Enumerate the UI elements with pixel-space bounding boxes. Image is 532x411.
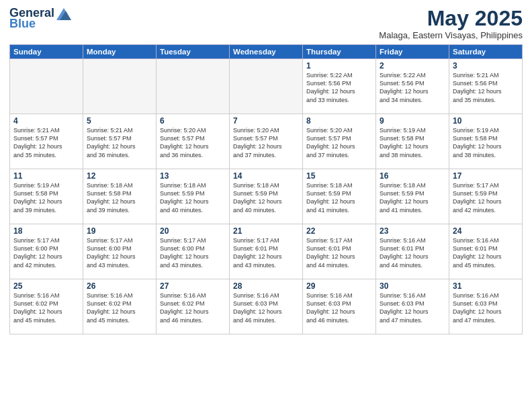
table-row (83, 59, 157, 114)
table-row: 20Sunrise: 5:17 AM Sunset: 6:00 PM Dayli… (157, 224, 230, 279)
day-info: Sunrise: 5:17 AM Sunset: 6:01 PM Dayligh… (233, 236, 299, 269)
day-info: Sunrise: 5:20 AM Sunset: 5:57 PM Dayligh… (306, 126, 372, 159)
table-row: 25Sunrise: 5:16 AM Sunset: 6:02 PM Dayli… (10, 279, 83, 334)
day-number: 25 (13, 281, 79, 291)
logo-text-line2: Blue (9, 17, 36, 31)
day-number: 11 (13, 171, 79, 181)
table-row: 16Sunrise: 5:18 AM Sunset: 5:59 PM Dayli… (376, 169, 449, 224)
page: General Blue May 2025 Malaga, Eastern Vi… (0, 0, 532, 411)
table-row: 9Sunrise: 5:19 AM Sunset: 5:58 PM Daylig… (376, 114, 449, 169)
day-info: Sunrise: 5:22 AM Sunset: 5:56 PM Dayligh… (306, 71, 372, 104)
day-number: 1 (306, 61, 372, 71)
day-info: Sunrise: 5:21 AM Sunset: 5:57 PM Dayligh… (87, 126, 152, 159)
day-info: Sunrise: 5:19 AM Sunset: 5:58 PM Dayligh… (453, 126, 519, 159)
day-number: 3 (453, 61, 519, 71)
day-info: Sunrise: 5:16 AM Sunset: 6:01 PM Dayligh… (380, 236, 445, 269)
day-number: 21 (233, 226, 299, 236)
day-info: Sunrise: 5:17 AM Sunset: 6:00 PM Dayligh… (87, 236, 152, 269)
table-row: 21Sunrise: 5:17 AM Sunset: 6:01 PM Dayli… (230, 224, 303, 279)
day-number: 14 (233, 171, 299, 181)
day-info: Sunrise: 5:20 AM Sunset: 5:57 PM Dayligh… (160, 126, 226, 159)
col-wednesday: Wednesday (230, 45, 303, 59)
col-sunday: Sunday (10, 45, 83, 59)
col-thursday: Thursday (303, 45, 376, 59)
day-number: 20 (160, 226, 226, 236)
table-row (230, 59, 303, 114)
day-info: Sunrise: 5:19 AM Sunset: 5:58 PM Dayligh… (380, 126, 445, 159)
calendar-week-row: 4Sunrise: 5:21 AM Sunset: 5:57 PM Daylig… (10, 114, 523, 169)
table-row: 11Sunrise: 5:19 AM Sunset: 5:58 PM Dayli… (10, 169, 83, 224)
calendar-week-row: 11Sunrise: 5:19 AM Sunset: 5:58 PM Dayli… (10, 169, 523, 224)
day-info: Sunrise: 5:17 AM Sunset: 6:00 PM Dayligh… (13, 236, 79, 269)
table-row: 5Sunrise: 5:21 AM Sunset: 5:57 PM Daylig… (83, 114, 157, 169)
header: General Blue May 2025 Malaga, Eastern Vi… (9, 7, 523, 40)
table-row: 12Sunrise: 5:18 AM Sunset: 5:58 PM Dayli… (83, 169, 157, 224)
day-info: Sunrise: 5:16 AM Sunset: 6:02 PM Dayligh… (13, 291, 79, 324)
table-row (157, 59, 230, 114)
day-number: 18 (13, 226, 79, 236)
day-info: Sunrise: 5:20 AM Sunset: 5:57 PM Dayligh… (233, 126, 299, 159)
calendar-week-row: 18Sunrise: 5:17 AM Sunset: 6:00 PM Dayli… (10, 224, 523, 279)
day-number: 2 (380, 61, 445, 71)
day-info: Sunrise: 5:18 AM Sunset: 5:59 PM Dayligh… (160, 181, 226, 214)
day-number: 10 (453, 116, 519, 126)
day-number: 23 (380, 226, 445, 236)
day-info: Sunrise: 5:18 AM Sunset: 5:59 PM Dayligh… (306, 181, 372, 214)
calendar-table: Sunday Monday Tuesday Wednesday Thursday… (9, 44, 523, 334)
day-number: 28 (233, 281, 299, 291)
day-number: 9 (380, 116, 445, 126)
table-row: 22Sunrise: 5:17 AM Sunset: 6:01 PM Dayli… (303, 224, 376, 279)
day-number: 22 (306, 226, 372, 236)
day-info: Sunrise: 5:16 AM Sunset: 6:01 PM Dayligh… (453, 236, 519, 269)
day-info: Sunrise: 5:16 AM Sunset: 6:02 PM Dayligh… (87, 291, 152, 324)
day-number: 12 (87, 171, 152, 181)
table-row: 15Sunrise: 5:18 AM Sunset: 5:59 PM Dayli… (303, 169, 376, 224)
day-number: 5 (87, 116, 152, 126)
table-row: 6Sunrise: 5:20 AM Sunset: 5:57 PM Daylig… (157, 114, 230, 169)
day-number: 4 (13, 116, 79, 126)
table-row: 28Sunrise: 5:16 AM Sunset: 6:03 PM Dayli… (230, 279, 303, 334)
day-number: 17 (453, 171, 519, 181)
table-row: 29Sunrise: 5:16 AM Sunset: 6:03 PM Dayli… (303, 279, 376, 334)
table-row: 24Sunrise: 5:16 AM Sunset: 6:01 PM Dayli… (449, 224, 523, 279)
table-row (10, 59, 83, 114)
table-row: 26Sunrise: 5:16 AM Sunset: 6:02 PM Dayli… (83, 279, 157, 334)
day-info: Sunrise: 5:16 AM Sunset: 6:03 PM Dayligh… (453, 291, 519, 324)
table-row: 14Sunrise: 5:18 AM Sunset: 5:59 PM Dayli… (230, 169, 303, 224)
day-info: Sunrise: 5:19 AM Sunset: 5:58 PM Dayligh… (13, 181, 79, 214)
table-row: 23Sunrise: 5:16 AM Sunset: 6:01 PM Dayli… (376, 224, 449, 279)
day-info: Sunrise: 5:17 AM Sunset: 5:59 PM Dayligh… (453, 181, 519, 214)
day-number: 15 (306, 171, 372, 181)
title-area: May 2025 Malaga, Eastern Visayas, Philip… (379, 7, 523, 40)
subtitle: Malaga, Eastern Visayas, Philippines (379, 30, 523, 40)
day-info: Sunrise: 5:16 AM Sunset: 6:02 PM Dayligh… (160, 291, 226, 324)
day-number: 13 (160, 171, 226, 181)
day-number: 30 (380, 281, 445, 291)
day-info: Sunrise: 5:21 AM Sunset: 5:57 PM Dayligh… (13, 126, 79, 159)
calendar-week-row: 1Sunrise: 5:22 AM Sunset: 5:56 PM Daylig… (10, 59, 523, 114)
col-friday: Friday (376, 45, 449, 59)
day-number: 8 (306, 116, 372, 126)
month-title: May 2025 (379, 7, 523, 30)
table-row: 10Sunrise: 5:19 AM Sunset: 5:58 PM Dayli… (449, 114, 523, 169)
table-row: 2Sunrise: 5:22 AM Sunset: 5:56 PM Daylig… (376, 59, 449, 114)
table-row: 1Sunrise: 5:22 AM Sunset: 5:56 PM Daylig… (303, 59, 376, 114)
logo: General Blue (9, 7, 71, 31)
table-row: 30Sunrise: 5:16 AM Sunset: 6:03 PM Dayli… (376, 279, 449, 334)
table-row: 7Sunrise: 5:20 AM Sunset: 5:57 PM Daylig… (230, 114, 303, 169)
day-number: 26 (87, 281, 152, 291)
day-info: Sunrise: 5:16 AM Sunset: 6:03 PM Dayligh… (380, 291, 445, 324)
day-info: Sunrise: 5:21 AM Sunset: 5:56 PM Dayligh… (453, 71, 519, 104)
col-tuesday: Tuesday (157, 45, 230, 59)
table-row: 8Sunrise: 5:20 AM Sunset: 5:57 PM Daylig… (303, 114, 376, 169)
day-info: Sunrise: 5:16 AM Sunset: 6:03 PM Dayligh… (233, 291, 299, 324)
day-number: 6 (160, 116, 226, 126)
calendar-header-row: Sunday Monday Tuesday Wednesday Thursday… (10, 45, 523, 59)
calendar-week-row: 25Sunrise: 5:16 AM Sunset: 6:02 PM Dayli… (10, 279, 523, 334)
day-number: 29 (306, 281, 372, 291)
day-number: 31 (453, 281, 519, 291)
table-row: 3Sunrise: 5:21 AM Sunset: 5:56 PM Daylig… (449, 59, 523, 114)
day-number: 19 (87, 226, 152, 236)
table-row: 19Sunrise: 5:17 AM Sunset: 6:00 PM Dayli… (83, 224, 157, 279)
logo-icon (56, 8, 71, 20)
